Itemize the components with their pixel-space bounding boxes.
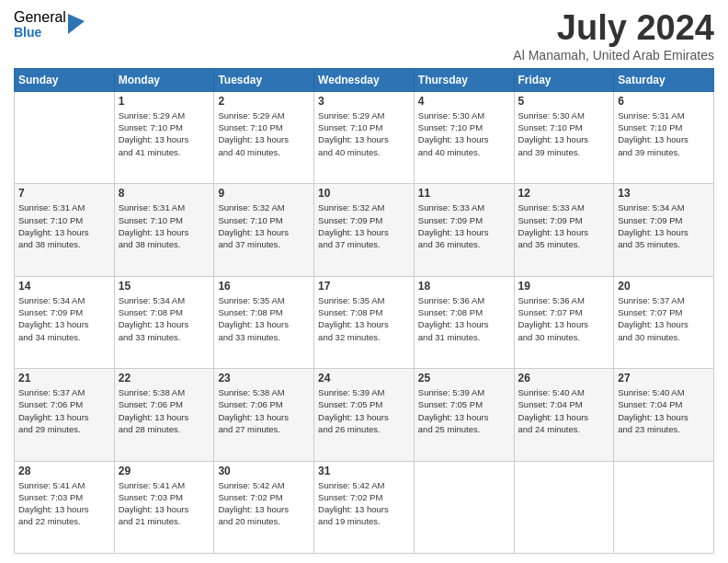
day-info: Sunrise: 5:41 AMSunset: 7:03 PMDaylight:… [119, 479, 210, 528]
day-info: Sunrise: 5:30 AMSunset: 7:10 PMDaylight:… [518, 109, 610, 158]
day-info: Sunrise: 5:32 AMSunset: 7:10 PMDaylight:… [218, 201, 310, 250]
logo-icon [68, 14, 85, 34]
calendar-cell: 30Sunrise: 5:42 AMSunset: 7:02 PMDayligh… [214, 461, 314, 553]
calendar-cell: 5Sunrise: 5:30 AMSunset: 7:10 PMDaylight… [514, 91, 614, 183]
calendar-cell: 31Sunrise: 5:42 AMSunset: 7:02 PMDayligh… [314, 461, 415, 553]
calendar-cell: 14Sunrise: 5:34 AMSunset: 7:09 PMDayligh… [15, 276, 115, 368]
calendar-cell [514, 461, 614, 553]
day-info: Sunrise: 5:33 AMSunset: 7:09 PMDaylight:… [518, 201, 610, 250]
weekday-header-monday: Monday [114, 68, 214, 91]
day-number: 31 [318, 465, 410, 477]
day-number: 14 [18, 280, 110, 293]
day-info: Sunrise: 5:30 AMSunset: 7:10 PMDaylight:… [418, 109, 510, 158]
day-number: 16 [218, 280, 310, 293]
calendar-cell: 29Sunrise: 5:41 AMSunset: 7:03 PMDayligh… [114, 461, 214, 553]
day-info: Sunrise: 5:41 AMSunset: 7:03 PMDaylight:… [18, 479, 110, 528]
day-info: Sunrise: 5:34 AMSunset: 7:09 PMDaylight:… [18, 294, 110, 343]
calendar-cell: 1Sunrise: 5:29 AMSunset: 7:10 PMDaylight… [114, 91, 214, 183]
day-info: Sunrise: 5:31 AMSunset: 7:10 PMDaylight:… [119, 201, 210, 250]
day-number: 7 [18, 187, 110, 200]
day-number: 4 [418, 95, 510, 108]
logo-blue: Blue [14, 26, 66, 40]
day-info: Sunrise: 5:31 AMSunset: 7:10 PMDaylight:… [618, 109, 710, 158]
day-info: Sunrise: 5:39 AMSunset: 7:05 PMDaylight:… [318, 386, 410, 435]
day-info: Sunrise: 5:31 AMSunset: 7:10 PMDaylight:… [18, 201, 110, 250]
day-number: 1 [119, 95, 210, 108]
day-number: 17 [318, 280, 410, 293]
calendar-cell: 11Sunrise: 5:33 AMSunset: 7:09 PMDayligh… [414, 184, 514, 276]
day-info: Sunrise: 5:32 AMSunset: 7:09 PMDaylight:… [318, 201, 410, 250]
header: General Blue July 2024 Al Manamah, Unite… [14, 9, 714, 63]
logo-text: General Blue [14, 9, 66, 40]
day-info: Sunrise: 5:40 AMSunset: 7:04 PMDaylight:… [518, 386, 610, 435]
day-info: Sunrise: 5:35 AMSunset: 7:08 PMDaylight:… [318, 294, 410, 343]
calendar-cell: 10Sunrise: 5:32 AMSunset: 7:09 PMDayligh… [314, 184, 415, 276]
day-number: 20 [618, 280, 710, 293]
calendar-cell: 23Sunrise: 5:38 AMSunset: 7:06 PMDayligh… [214, 369, 314, 461]
day-number: 18 [418, 280, 510, 293]
calendar-cell: 15Sunrise: 5:34 AMSunset: 7:08 PMDayligh… [114, 276, 214, 368]
weekday-header-friday: Friday [514, 68, 614, 91]
calendar-cell: 28Sunrise: 5:41 AMSunset: 7:03 PMDayligh… [15, 461, 115, 553]
weekday-header-wednesday: Wednesday [314, 68, 415, 91]
weekday-header-thursday: Thursday [414, 68, 514, 91]
month-title: July 2024 [513, 9, 714, 48]
day-info: Sunrise: 5:37 AMSunset: 7:07 PMDaylight:… [618, 294, 710, 343]
weekday-header-saturday: Saturday [614, 68, 714, 91]
day-info: Sunrise: 5:36 AMSunset: 7:08 PMDaylight:… [418, 294, 510, 343]
calendar-cell: 26Sunrise: 5:40 AMSunset: 7:04 PMDayligh… [514, 369, 614, 461]
calendar-cell: 25Sunrise: 5:39 AMSunset: 7:05 PMDayligh… [414, 369, 514, 461]
day-number: 5 [518, 95, 610, 108]
logo: General Blue [14, 9, 85, 40]
calendar-cell: 2Sunrise: 5:29 AMSunset: 7:10 PMDaylight… [214, 91, 314, 183]
calendar-cell: 19Sunrise: 5:36 AMSunset: 7:07 PMDayligh… [514, 276, 614, 368]
weekday-header-row: SundayMondayTuesdayWednesdayThursdayFrid… [15, 68, 714, 91]
calendar-cell: 20Sunrise: 5:37 AMSunset: 7:07 PMDayligh… [614, 276, 714, 368]
title-section: July 2024 Al Manamah, United Arab Emirat… [513, 9, 714, 63]
weekday-header-sunday: Sunday [15, 68, 115, 91]
day-info: Sunrise: 5:35 AMSunset: 7:08 PMDaylight:… [218, 294, 310, 343]
day-number: 15 [119, 280, 210, 293]
weekday-header-tuesday: Tuesday [214, 68, 314, 91]
day-info: Sunrise: 5:34 AMSunset: 7:09 PMDaylight:… [618, 201, 710, 250]
calendar-cell: 16Sunrise: 5:35 AMSunset: 7:08 PMDayligh… [214, 276, 314, 368]
day-info: Sunrise: 5:29 AMSunset: 7:10 PMDaylight:… [119, 109, 210, 158]
day-number: 27 [618, 372, 710, 385]
calendar-cell: 22Sunrise: 5:38 AMSunset: 7:06 PMDayligh… [114, 369, 214, 461]
day-number: 23 [218, 372, 310, 385]
calendar-cell: 7Sunrise: 5:31 AMSunset: 7:10 PMDaylight… [15, 184, 115, 276]
day-info: Sunrise: 5:39 AMSunset: 7:05 PMDaylight:… [418, 386, 510, 435]
day-number: 19 [518, 280, 610, 293]
calendar-cell: 4Sunrise: 5:30 AMSunset: 7:10 PMDaylight… [414, 91, 514, 183]
calendar-cell: 24Sunrise: 5:39 AMSunset: 7:05 PMDayligh… [314, 369, 415, 461]
day-number: 28 [18, 465, 110, 477]
page: General Blue July 2024 Al Manamah, Unite… [0, 0, 728, 563]
day-number: 29 [119, 465, 210, 477]
calendar-cell: 13Sunrise: 5:34 AMSunset: 7:09 PMDayligh… [614, 184, 714, 276]
day-number: 9 [218, 187, 310, 200]
week-row-4: 21Sunrise: 5:37 AMSunset: 7:06 PMDayligh… [15, 369, 714, 461]
day-info: Sunrise: 5:38 AMSunset: 7:06 PMDaylight:… [119, 386, 210, 435]
location-subtitle: Al Manamah, United Arab Emirates [513, 48, 714, 63]
day-number: 6 [618, 95, 710, 108]
calendar-cell [614, 461, 714, 553]
day-number: 24 [318, 372, 410, 385]
calendar-cell: 9Sunrise: 5:32 AMSunset: 7:10 PMDaylight… [214, 184, 314, 276]
week-row-3: 14Sunrise: 5:34 AMSunset: 7:09 PMDayligh… [15, 276, 714, 368]
day-number: 26 [518, 372, 610, 385]
day-info: Sunrise: 5:40 AMSunset: 7:04 PMDaylight:… [618, 386, 710, 435]
week-row-1: 1Sunrise: 5:29 AMSunset: 7:10 PMDaylight… [15, 91, 714, 183]
day-number: 2 [218, 95, 310, 108]
calendar-cell: 12Sunrise: 5:33 AMSunset: 7:09 PMDayligh… [514, 184, 614, 276]
svg-marker-0 [68, 14, 85, 34]
week-row-2: 7Sunrise: 5:31 AMSunset: 7:10 PMDaylight… [15, 184, 714, 276]
week-row-5: 28Sunrise: 5:41 AMSunset: 7:03 PMDayligh… [15, 461, 714, 553]
calendar-cell: 3Sunrise: 5:29 AMSunset: 7:10 PMDaylight… [314, 91, 415, 183]
day-number: 21 [18, 372, 110, 385]
day-number: 8 [119, 187, 210, 200]
day-info: Sunrise: 5:37 AMSunset: 7:06 PMDaylight:… [18, 386, 110, 435]
calendar-cell: 21Sunrise: 5:37 AMSunset: 7:06 PMDayligh… [15, 369, 115, 461]
calendar-cell: 18Sunrise: 5:36 AMSunset: 7:08 PMDayligh… [414, 276, 514, 368]
calendar-cell: 8Sunrise: 5:31 AMSunset: 7:10 PMDaylight… [114, 184, 214, 276]
calendar-cell: 27Sunrise: 5:40 AMSunset: 7:04 PMDayligh… [614, 369, 714, 461]
